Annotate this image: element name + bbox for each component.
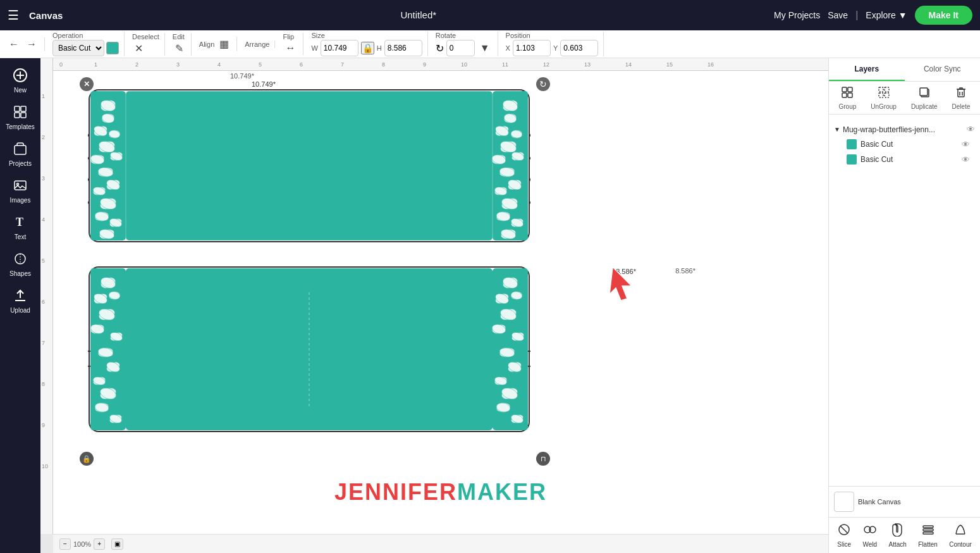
group-chevron-icon: ▼: [834, 126, 840, 133]
pos-y-label: Y: [553, 44, 558, 52]
duplicate-button[interactable]: Duplicate: [911, 85, 938, 110]
svg-rect-14: [126, 91, 493, 240]
sidebar-item-new[interactable]: New: [2, 63, 39, 99]
width-dimension: 10.749*: [230, 72, 254, 80]
canvas-area[interactable]: 0 1 2 3 4 5 6 7 8 9 10 11 12 13 14 15 16…: [40, 58, 828, 553]
rotate-input[interactable]: [446, 40, 475, 56]
rs-bottom-toolbar: Slice Weld Attach Flatten: [829, 517, 980, 553]
pos-x-input[interactable]: [513, 40, 551, 56]
redo-button[interactable]: →: [24, 37, 39, 51]
layer-color-swatch-0: [847, 139, 857, 149]
position-label: Position: [506, 32, 530, 39]
tab-layers[interactable]: Layers: [829, 58, 905, 81]
duplicate-label: Duplicate: [911, 103, 938, 110]
layer-group-header[interactable]: ▼ Mug-wrap-butterflies-jenn... 👁: [834, 122, 975, 137]
sidebar-item-images[interactable]: Images: [2, 173, 39, 209]
group-icon: [840, 85, 854, 103]
delete-button[interactable]: Delete: [952, 85, 971, 110]
group-button[interactable]: Group: [839, 85, 857, 110]
design-canvas[interactable]: 10.749* 8.586*: [53, 71, 828, 534]
svg-rect-3: [15, 106, 20, 111]
sidebar-text-label: Text: [15, 233, 26, 240]
rotate-icon: ↻: [436, 42, 444, 54]
slice-button[interactable]: Slice: [837, 523, 851, 548]
main-area: New Templates Projects Images T Text: [0, 58, 980, 553]
zoom-in-button[interactable]: +: [94, 538, 105, 550]
layer-group-name: Mug-wrap-butterflies-jenn...: [843, 125, 964, 134]
slice-label: Slice: [837, 541, 851, 548]
layer-visibility-icon-0[interactable]: 👁: [962, 140, 970, 149]
rotate-chevron[interactable]: ▼: [477, 41, 493, 55]
tab-color-sync[interactable]: Color Sync: [905, 58, 981, 81]
upload-icon: [13, 289, 27, 306]
layer-item-0[interactable]: Basic Cut 👁: [834, 137, 975, 152]
sidebar-item-projects[interactable]: Projects: [2, 137, 39, 172]
selection-lock-handle[interactable]: 🔒: [80, 452, 94, 466]
sidebar-item-upload[interactable]: Upload: [2, 283, 39, 319]
weld-button[interactable]: Weld: [863, 523, 878, 548]
edit-button[interactable]: ✎: [173, 41, 186, 56]
sidebar-item-templates[interactable]: Templates: [2, 100, 39, 135]
separator: |: [855, 9, 858, 21]
flip-label: Flip: [283, 33, 294, 40]
ungroup-button[interactable]: UnGroup: [871, 85, 897, 110]
attach-button[interactable]: Attach: [889, 523, 907, 548]
sidebar-item-text[interactable]: T Text: [2, 210, 39, 245]
sidebar-item-shapes[interactable]: Shapes: [2, 247, 39, 282]
layer-name-1: Basic Cut: [861, 155, 958, 164]
layers-top-actions: Group UnGroup Duplicate Delete: [829, 82, 980, 115]
ruler-vertical: 1 2 3 4 5 6 7 8 9 10: [40, 58, 53, 534]
hamburger-menu[interactable]: ☰: [8, 8, 19, 23]
explore-link[interactable]: Explore ▼: [866, 10, 907, 20]
images-icon: [13, 178, 27, 196]
weld-label: Weld: [863, 541, 878, 548]
mug-wrap-bottom: [88, 261, 530, 438]
pos-y-input[interactable]: [560, 40, 598, 56]
svg-rect-131: [848, 87, 852, 92]
selection-scale-handle[interactable]: ⊓: [536, 452, 550, 466]
operation-select[interactable]: Basic Cut: [52, 40, 104, 56]
svg-text:T: T: [16, 216, 23, 228]
undo-button[interactable]: ←: [6, 37, 21, 51]
lock-icon[interactable]: 🔒: [361, 42, 374, 54]
sidebar-new-label: New: [14, 87, 27, 94]
operation-color-swatch[interactable]: [106, 42, 119, 54]
deselect-button[interactable]: ✕: [132, 41, 145, 56]
mug-wrap-top: [88, 84, 530, 248]
svg-rect-147: [923, 526, 933, 528]
svg-rect-148: [923, 529, 933, 531]
shapes-icon: [13, 252, 27, 269]
svg-rect-139: [920, 88, 928, 96]
flip-button[interactable]: ↔: [283, 41, 298, 55]
svg-rect-149: [923, 532, 933, 534]
layer-item-1[interactable]: Basic Cut 👁: [834, 152, 975, 167]
svg-line-144: [840, 526, 848, 533]
group-visibility-icon[interactable]: 👁: [967, 125, 975, 134]
svg-rect-7: [15, 146, 26, 154]
layer-visibility-icon-1[interactable]: 👁: [962, 155, 970, 165]
svg-rect-5: [15, 113, 20, 118]
watermark-jennifer: JENNIFER: [334, 479, 457, 505]
make-it-button[interactable]: Make It: [915, 6, 972, 25]
selection-rotate-handle[interactable]: ↻: [536, 77, 550, 91]
align-button[interactable]: ▦: [217, 37, 231, 51]
my-projects-link[interactable]: My Projects: [774, 10, 820, 20]
attach-label: Attach: [889, 541, 907, 548]
height-dimension: 8.586*: [675, 267, 695, 275]
fit-to-screen-button[interactable]: ▣: [111, 538, 123, 550]
svg-rect-133: [848, 93, 852, 97]
size-label: Size: [311, 32, 324, 39]
ungroup-icon: [877, 85, 891, 103]
save-button[interactable]: Save: [828, 10, 848, 20]
size-w-input[interactable]: [321, 40, 358, 56]
right-sidebar: Layers Color Sync Group UnGroup: [828, 58, 980, 553]
flatten-button[interactable]: Flatten: [918, 523, 938, 548]
blank-canvas-label: Blank Canvas: [858, 498, 975, 506]
contour-button[interactable]: Contour: [949, 523, 972, 548]
zoom-out-button[interactable]: −: [59, 538, 71, 550]
rotate-label: Rotate: [436, 32, 456, 39]
svg-rect-6: [21, 113, 26, 118]
attach-icon: [891, 523, 905, 540]
size-h-input[interactable]: [384, 40, 422, 56]
selection-close-handle[interactable]: ✕: [80, 77, 94, 91]
